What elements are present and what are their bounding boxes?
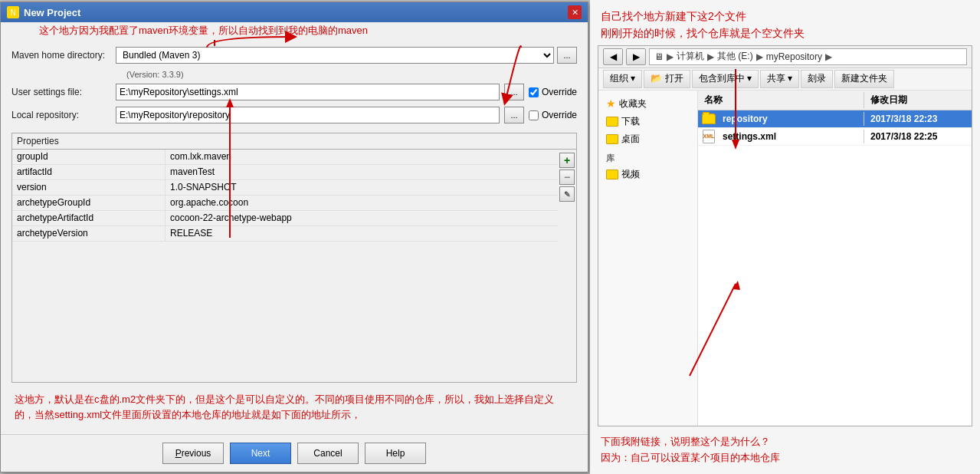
- favorites-desktop[interactable]: 桌面: [603, 130, 693, 148]
- xml-icon: XML: [703, 130, 715, 143]
- video-folder-icon: [606, 170, 618, 179]
- folder-icon: [702, 114, 716, 124]
- property-row[interactable]: archetypeGroupId org.apache.cocoon: [12, 196, 558, 211]
- file-list: 名称 修改日期 repository 2017/3/18 22:23 XML s…: [698, 91, 972, 426]
- edit-property-button[interactable]: ✎: [559, 186, 575, 202]
- file-name: repository: [716, 112, 864, 126]
- explorer-toolbar: 组织 ▾ 📂 打开 包含到库中 ▾ 共享 ▾ 刻录 新建文件夹: [598, 68, 972, 91]
- properties-table[interactable]: groupId com.lxk.maven artifactId mavenTe…: [12, 150, 558, 382]
- dialog-titlebar: N New Project ✕: [1, 2, 588, 22]
- open-button[interactable]: 📂 打开: [644, 70, 690, 88]
- property-row[interactable]: artifactId mavenTest: [12, 165, 558, 180]
- prop-key: artifactId: [12, 165, 166, 179]
- property-row[interactable]: archetypeArtifactId cocoon-22-archetype-…: [12, 211, 558, 226]
- local-repo-input[interactable]: [116, 107, 500, 123]
- prop-val: RELEASE: [166, 226, 558, 241]
- maven-version: (Version: 3.3.9): [126, 70, 577, 79]
- next-button[interactable]: Next: [230, 443, 291, 464]
- user-settings-override-checkbox[interactable]: [529, 87, 539, 97]
- favorites-header: ★ 收藏夹: [603, 95, 693, 113]
- previous-button[interactable]: Previous: [162, 443, 224, 464]
- prop-val: org.apache.cocoon: [166, 196, 558, 210]
- file-list-area: ★ 收藏夹 下载 桌面 库 视频 名称: [598, 91, 972, 426]
- share-button[interactable]: 共享 ▾: [760, 70, 799, 88]
- local-repo-label: Local repository:: [11, 110, 111, 120]
- user-settings-label: User settings file:: [11, 87, 111, 97]
- property-row[interactable]: groupId com.lxk.maven: [12, 150, 558, 165]
- local-repo-browse[interactable]: ...: [504, 107, 524, 123]
- local-repo-override-label: Override: [542, 110, 577, 120]
- prop-val: mavenTest: [166, 165, 558, 179]
- cancel-button[interactable]: Cancel: [297, 443, 359, 464]
- prop-key: version: [12, 180, 166, 195]
- include-library-button[interactable]: 包含到库中 ▾: [692, 70, 759, 88]
- property-row[interactable]: archetypeVersion RELEASE: [12, 226, 558, 242]
- download-folder-icon: [606, 117, 618, 127]
- right-panel: 自己找个地方新建下这2个文件 刚刚开始的时候，找个仓库就是个空文件夹 ◀ ▶ 🖥…: [590, 0, 980, 474]
- back-button[interactable]: ◀: [603, 48, 623, 65]
- maven-home-select[interactable]: Bundled (Maven 3): [116, 47, 554, 64]
- organize-button[interactable]: 组织 ▾: [603, 70, 642, 88]
- forward-button[interactable]: ▶: [626, 48, 646, 65]
- prop-actions-panel: + − ✎: [558, 150, 576, 382]
- dialog-body: Maven home directory: Bundled (Maven 3) …: [1, 22, 588, 434]
- explorer-nav: ◀ ▶ 🖥 ▶ 计算机 ▶ 其他 (E:) ▶ myRepository ▶: [598, 46, 972, 68]
- prop-key: archetypeArtifactId: [12, 211, 166, 225]
- prop-val: cocoon-22-archetype-webapp: [166, 211, 558, 225]
- favorites-download[interactable]: 下载: [603, 113, 693, 130]
- top-right-annotation: 自己找个地方新建下这2个文件 刚刚开始的时候，找个仓库就是个空文件夹: [590, 0, 980, 45]
- maven-browse-button[interactable]: ...: [557, 47, 577, 64]
- file-date: 2017/3/18 22:25: [864, 130, 972, 143]
- explorer-window: ◀ ▶ 🖥 ▶ 计算机 ▶ 其他 (E:) ▶ myRepository ▶ 组…: [598, 45, 972, 427]
- mid-annotation: 这地方，默认是在c盘的.m2文件夹下的，但是这个是可以自定义的。不同的项目使用不…: [11, 387, 577, 426]
- user-settings-override-label: Override: [542, 87, 577, 97]
- properties-group: Properties groupId com.lxk.maven artifac…: [11, 133, 577, 383]
- dialog-footer: Previous Next Cancel Help: [1, 434, 588, 472]
- file-name: settings.xml: [716, 130, 864, 143]
- new-project-dialog: N New Project ✕ 这个地方因为我配置了maven环境变量，所以自动…: [0, 2, 588, 472]
- library-label: 库: [603, 148, 693, 166]
- user-settings-browse[interactable]: ...: [504, 84, 524, 100]
- file-list-header: 名称 修改日期: [698, 91, 972, 110]
- local-repo-override-checkbox[interactable]: [529, 110, 539, 120]
- favorites-label: 收藏夹: [619, 97, 647, 110]
- library-video[interactable]: 视频: [603, 166, 693, 183]
- dialog-icon: N: [7, 6, 19, 18]
- user-settings-row: User settings file: ... Override: [11, 84, 577, 100]
- dialog-title: New Project: [24, 7, 80, 18]
- new-folder-button[interactable]: 新建文件夹: [834, 70, 894, 88]
- help-button[interactable]: Help: [365, 443, 426, 464]
- file-row[interactable]: XML settings.xml 2017/3/18 22:25: [698, 128, 972, 146]
- prop-val: com.lxk.maven: [166, 150, 558, 164]
- maven-home-label: Maven home directory:: [11, 50, 111, 61]
- burn-button[interactable]: 刻录: [801, 70, 833, 88]
- file-row[interactable]: repository 2017/3/18 22:23: [698, 110, 972, 128]
- left-nav-panel: ★ 收藏夹 下载 桌面 库 视频: [598, 91, 698, 426]
- local-repo-row: Local repository: ... Override: [11, 107, 577, 123]
- remove-property-button[interactable]: −: [559, 170, 575, 185]
- properties-title: Properties: [12, 133, 576, 150]
- user-settings-input[interactable]: [116, 84, 500, 100]
- desktop-folder-icon: [606, 134, 618, 144]
- add-property-button[interactable]: +: [559, 153, 575, 168]
- col-name-header: 名称: [698, 92, 864, 108]
- prop-key: groupId: [12, 150, 166, 164]
- prop-key: archetypeVersion: [12, 226, 166, 241]
- file-date: 2017/3/18 22:23: [864, 112, 972, 126]
- close-button[interactable]: ✕: [568, 5, 582, 19]
- col-date-header: 修改日期: [864, 92, 972, 108]
- property-row[interactable]: version 1.0-SNAPSHOT: [12, 180, 558, 196]
- prop-key: archetypeGroupId: [12, 196, 166, 210]
- prop-val: 1.0-SNAPSHOT: [166, 180, 558, 195]
- maven-home-row: Maven home directory: Bundled (Maven 3) …: [11, 47, 577, 64]
- bottom-right-annotation: 下面我附链接，说明整这个是为什么？ 因为：自己可以设置某个项目的本地仓库: [590, 426, 980, 474]
- address-bar[interactable]: 🖥 ▶ 计算机 ▶ 其他 (E:) ▶ myRepository ▶: [649, 48, 967, 65]
